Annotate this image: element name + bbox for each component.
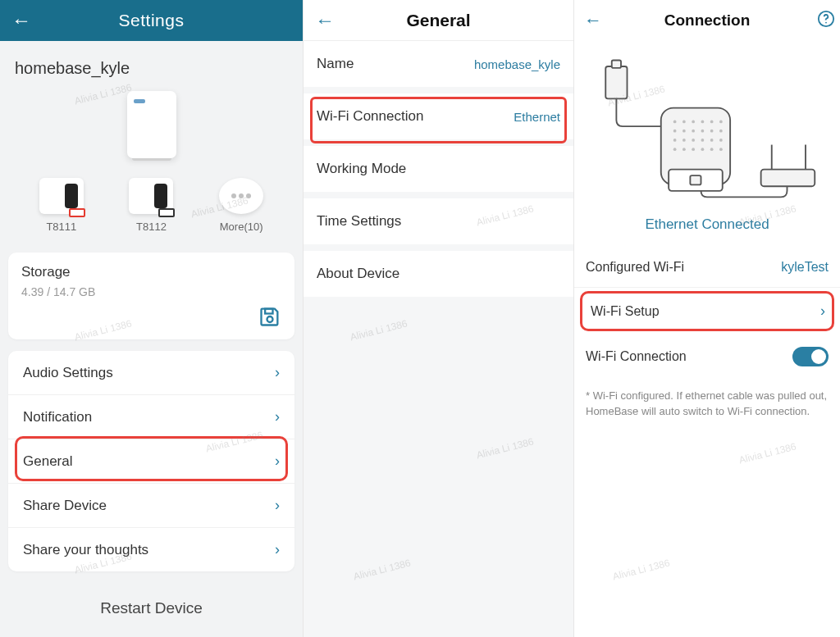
watermark: Alivia Li 1386 [611, 557, 671, 583]
svg-point-10 [682, 121, 686, 124]
svg-point-11 [692, 121, 695, 124]
back-arrow-icon[interactable]: ← [315, 9, 335, 32]
wifi-note: * Wi-Fi configured. If ethernet cable wa… [574, 379, 840, 420]
row-value: homebase_kyle [474, 57, 560, 71]
svg-rect-4 [605, 66, 627, 98]
settings-title: Settings [119, 11, 185, 30]
restart-device-button[interactable]: Restart Device [0, 583, 303, 634]
watermark: Alivia Li 1386 [737, 441, 797, 466]
back-arrow-icon[interactable]: ← [11, 9, 31, 32]
menu-audio-settings[interactable]: Audio Settings › [8, 351, 294, 394]
settings-screen: ← Settings homebase_kyle T8111 T8112 Mor… [0, 0, 304, 637]
watermark: Alivia Li 1386 [352, 557, 412, 583]
svg-point-15 [673, 130, 677, 133]
row-about-device[interactable]: About Device [304, 251, 573, 297]
row-label: Wi-Fi Setup [591, 304, 660, 319]
device-t8112[interactable]: T8112 [129, 178, 173, 233]
general-header: ← General [304, 0, 573, 41]
save-icon [21, 305, 281, 331]
row-name[interactable]: Name homebase_kyle [304, 41, 573, 87]
menu-label: Notification [23, 409, 92, 425]
svg-point-23 [692, 139, 695, 142]
row-value: Ethernet [514, 110, 560, 124]
svg-point-1 [267, 316, 273, 322]
connection-screen: ← Connection [574, 0, 840, 637]
svg-point-20 [719, 130, 723, 133]
svg-rect-5 [612, 60, 621, 67]
watermark: Alivia Li 1386 [475, 436, 535, 462]
row-label: Wi-Fi Connection [586, 349, 687, 364]
svg-point-3 [825, 21, 827, 23]
svg-rect-33 [761, 170, 815, 187]
menu-label: Share your thoughts [23, 542, 148, 558]
storage-value: 4.39 / 14.7 GB [21, 285, 281, 298]
wifi-toggle[interactable] [792, 347, 829, 366]
device-label: T8111 [46, 221, 76, 233]
chevron-right-icon: › [275, 497, 280, 514]
svg-point-12 [701, 121, 705, 124]
row-working-mode[interactable]: Working Mode [304, 146, 573, 192]
menu-notification[interactable]: Notification › [8, 394, 294, 439]
row-wifi-connection[interactable]: Wi-Fi Connection Ethernet [304, 93, 573, 139]
device-more[interactable]: More(10) [219, 178, 263, 233]
general-title: General [406, 11, 470, 30]
menu-label: Audio Settings [23, 365, 113, 381]
row-label: Configured Wi-Fi [586, 260, 684, 275]
row-wifi-connection-toggle: Wi-Fi Connection [574, 334, 840, 379]
camera-icon [39, 178, 84, 214]
menu-general[interactable]: General › [8, 439, 294, 483]
menu-label: General [23, 453, 72, 470]
help-icon[interactable] [817, 10, 835, 32]
svg-point-32 [719, 148, 723, 151]
storage-title: Storage [21, 264, 281, 280]
row-wifi-setup[interactable]: Wi-Fi Setup › [580, 291, 834, 331]
svg-point-9 [673, 121, 677, 124]
svg-point-16 [682, 130, 686, 133]
homebase-illustration [0, 86, 303, 170]
chevron-right-icon: › [275, 453, 280, 470]
svg-point-17 [692, 130, 695, 133]
row-label: Working Mode [317, 161, 406, 177]
watermark: Alivia Li 1386 [349, 318, 409, 344]
row-configured-wifi[interactable]: Configured Wi-Fi kyleTest [574, 248, 840, 288]
device-label: More(10) [220, 221, 263, 233]
svg-rect-8 [690, 175, 701, 184]
chevron-right-icon: › [275, 541, 280, 558]
row-label: Wi-Fi Connection [317, 108, 423, 125]
menu-share-thoughts[interactable]: Share your thoughts › [8, 527, 294, 571]
row-label: Time Settings [317, 213, 401, 230]
chevron-right-icon: › [275, 364, 280, 381]
svg-rect-0 [265, 309, 272, 314]
svg-point-27 [673, 148, 677, 151]
device-t8111[interactable]: T8111 [39, 178, 84, 233]
camera-icon [129, 178, 173, 214]
row-time-settings[interactable]: Time Settings [304, 198, 573, 244]
device-label: T8112 [136, 221, 167, 233]
connection-title: Connection [664, 11, 751, 30]
menu-share-device[interactable]: Share Device › [8, 483, 294, 527]
svg-point-14 [719, 121, 723, 124]
svg-point-25 [710, 139, 714, 142]
menu-label: Share Device [23, 498, 107, 514]
svg-point-18 [701, 130, 705, 133]
chevron-right-icon: › [275, 408, 280, 425]
storage-card[interactable]: Storage 4.39 / 14.7 GB [8, 253, 294, 339]
row-value: kyleTest [781, 260, 829, 275]
row-label: About Device [317, 266, 399, 282]
row-label: Name [317, 56, 354, 72]
homebase-icon [127, 91, 176, 158]
svg-point-21 [673, 139, 677, 142]
svg-point-28 [682, 148, 686, 151]
svg-point-31 [710, 148, 714, 151]
svg-point-24 [701, 139, 705, 142]
svg-point-26 [719, 139, 723, 142]
svg-point-19 [710, 130, 714, 133]
svg-point-13 [710, 121, 714, 124]
svg-point-22 [682, 139, 686, 142]
settings-menu: Audio Settings › Notification › General … [8, 351, 294, 571]
device-row: T8111 T8112 More(10) [0, 170, 303, 253]
connection-illustration [574, 41, 840, 213]
settings-header: ← Settings [0, 0, 303, 41]
back-arrow-icon[interactable]: ← [584, 10, 602, 31]
device-name: homebase_kyle [0, 41, 303, 86]
